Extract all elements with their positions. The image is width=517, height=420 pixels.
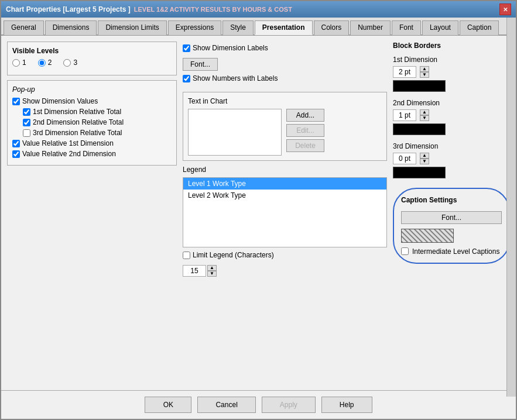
3rd-dimension-label: 3rd Dimension: [393, 142, 510, 150]
2nd-dimension-row: ▲ ▼: [393, 109, 510, 121]
main-window: Chart Properties [Largest 5 Projects ] L…: [0, 0, 517, 420]
add-text-button[interactable]: Add...: [286, 109, 324, 122]
title-bar-text: Chart Properties [Largest 5 Projects ] L…: [6, 5, 292, 13]
3rd-dim-down-button[interactable]: ▼: [420, 159, 429, 164]
popup-section: Pop-up Show Dimension Values 1st Dimensi…: [7, 80, 177, 166]
radio-2-input[interactable]: [38, 59, 46, 67]
delete-text-button[interactable]: Delete: [286, 139, 324, 152]
tab-dimension-limits[interactable]: Dimension Limits: [98, 20, 166, 35]
1st-dimension-group: 1st Dimension ▲ ▼: [393, 56, 510, 92]
value-relative-1st-checkbox[interactable]: Value Relative 1st Dimension: [12, 139, 172, 147]
tabs-bar: General Dimensions Dimension Limits Expr…: [1, 18, 516, 36]
radio-3-input[interactable]: [63, 59, 71, 67]
show-section: Show Dimension Labels Font... Show Numbe…: [183, 42, 387, 87]
tab-style[interactable]: Style: [222, 20, 254, 35]
tab-expressions[interactable]: Expressions: [168, 20, 221, 35]
1st-dim-relative-input[interactable]: [23, 108, 30, 116]
text-chart-textarea[interactable]: [188, 109, 282, 156]
limit-legend-down-button[interactable]: ▼: [207, 271, 217, 277]
show-numbers-labels-checkbox[interactable]: Show Numbers with Labels: [183, 74, 278, 82]
caption-pattern-box[interactable]: [401, 229, 454, 243]
3rd-dimension-value[interactable]: [393, 153, 416, 164]
show-dimension-labels-checkbox[interactable]: Show Dimension Labels: [183, 44, 268, 52]
block-borders-section: Block Borders 1st Dimension ▲ ▼ 2: [393, 42, 510, 182]
value-relative-2nd-input[interactable]: [12, 150, 20, 158]
show-dimension-labels-input[interactable]: [183, 44, 190, 52]
show-numbers-labels-row: Show Numbers with Labels: [183, 74, 387, 85]
radio-3-label: 3: [73, 58, 77, 67]
2nd-dimension-color-box[interactable]: [393, 123, 446, 135]
2nd-dim-down-button[interactable]: ▼: [420, 115, 429, 121]
caption-font-button[interactable]: Font...: [401, 211, 502, 224]
visible-levels-section: Visible Levels 1 2 3: [7, 42, 177, 75]
2nd-dimension-relative-total-checkbox[interactable]: 2nd Dimension Relative Total: [12, 118, 172, 126]
1st-dimension-value[interactable]: [393, 66, 416, 78]
dimension-font-button[interactable]: Font...: [183, 58, 218, 71]
show-numbers-labels-input[interactable]: [183, 75, 190, 82]
edit-text-button[interactable]: Edit...: [286, 124, 324, 137]
3rd-dimension-row: ▲ ▼: [393, 153, 510, 164]
1st-dimension-row: ▲ ▼: [393, 66, 510, 78]
value-relative-1st-label: Value Relative 1st Dimension: [22, 139, 114, 147]
radio-level-3[interactable]: 3: [63, 58, 77, 67]
show-numbers-labels-label: Show Numbers with Labels: [193, 74, 278, 82]
tab-dimensions[interactable]: Dimensions: [45, 20, 97, 35]
limit-legend-checkbox[interactable]: Limit Legend (Characters): [183, 251, 274, 259]
limit-legend-row: Limit Legend (Characters): [183, 251, 387, 261]
tab-colors[interactable]: Colors: [314, 20, 350, 35]
3rd-dimension-color-box[interactable]: [393, 167, 446, 178]
1st-dim-down-button[interactable]: ▼: [420, 72, 429, 78]
intermediate-level-captions-input[interactable]: [401, 247, 409, 255]
cancel-button[interactable]: Cancel: [197, 397, 255, 413]
help-button[interactable]: Help: [321, 397, 372, 413]
radio-group-levels: 1 2 3: [12, 58, 172, 67]
tab-layout[interactable]: Layout: [422, 20, 458, 35]
3rd-dimension-relative-total-checkbox[interactable]: 3rd Dimension Relative Total: [12, 129, 172, 137]
font-button-row: Font...: [183, 58, 387, 71]
tab-presentation[interactable]: Presentation: [255, 20, 313, 35]
value-relative-1st-input[interactable]: [12, 140, 20, 147]
tab-font[interactable]: Font: [392, 20, 421, 35]
show-dimension-labels-label: Show Dimension Labels: [193, 44, 268, 52]
3rd-dim-relative-input[interactable]: [23, 129, 30, 137]
tab-general[interactable]: General: [4, 20, 44, 35]
popup-label: Pop-up: [12, 85, 172, 94]
radio-level-2[interactable]: 2: [38, 58, 52, 67]
2nd-dim-up-button[interactable]: ▲: [420, 109, 429, 115]
2nd-dim-relative-input[interactable]: [23, 119, 30, 126]
radio-level-1[interactable]: 1: [12, 58, 26, 67]
2nd-dimension-spinner: ▲ ▼: [420, 109, 429, 121]
middle-panel: Show Dimension Labels Font... Show Numbe…: [183, 42, 387, 384]
1st-dim-up-button[interactable]: ▲: [420, 66, 429, 72]
radio-1-label: 1: [22, 58, 26, 67]
close-button[interactable]: ✕: [499, 4, 511, 15]
ok-button[interactable]: OK: [145, 397, 191, 413]
legend-item-0[interactable]: Level 1 Work Type: [183, 178, 386, 190]
limit-legend-spinner-buttons: ▲ ▼: [207, 265, 217, 277]
limit-legend-input[interactable]: [183, 252, 190, 259]
intermediate-level-captions-label: Intermediate Level Captions: [412, 247, 499, 256]
apply-button[interactable]: Apply: [262, 397, 316, 413]
show-dimension-values-input[interactable]: [12, 98, 20, 105]
scrollbar[interactable]: [506, 18, 516, 397]
legend-item-1[interactable]: Level 2 Work Type: [183, 190, 386, 201]
1st-dim-relative-label: 1st Dimension Relative Total: [33, 108, 121, 116]
3rd-dim-relative-label: 3rd Dimension Relative Total: [33, 129, 122, 137]
radio-1-input[interactable]: [12, 59, 20, 67]
tab-number[interactable]: Number: [350, 20, 391, 35]
visible-levels-label: Visible Levels: [12, 47, 172, 55]
2nd-dimension-value[interactable]: [393, 109, 416, 121]
1st-dimension-relative-total-checkbox[interactable]: 1st Dimension Relative Total: [12, 108, 172, 116]
window-title: Chart Properties [Largest 5 Projects ]: [6, 5, 131, 13]
limit-legend-up-button[interactable]: ▲: [207, 265, 217, 271]
limit-legend-value[interactable]: [183, 265, 206, 277]
legend-listbox[interactable]: Level 1 Work Type Level 2 Work Type: [183, 177, 387, 247]
value-relative-2nd-checkbox[interactable]: Value Relative 2nd Dimension: [12, 150, 172, 158]
3rd-dim-up-button[interactable]: ▲: [420, 153, 429, 159]
tab-caption[interactable]: Caption: [460, 20, 499, 35]
show-dimension-values-checkbox[interactable]: Show Dimension Values: [12, 97, 172, 105]
text-chart-buttons: Add... Edit... Delete: [286, 109, 324, 156]
3rd-dimension-spinner: ▲ ▼: [420, 153, 429, 164]
value-relative-2nd-label: Value Relative 2nd Dimension: [22, 150, 116, 158]
1st-dimension-color-box[interactable]: [393, 80, 446, 92]
